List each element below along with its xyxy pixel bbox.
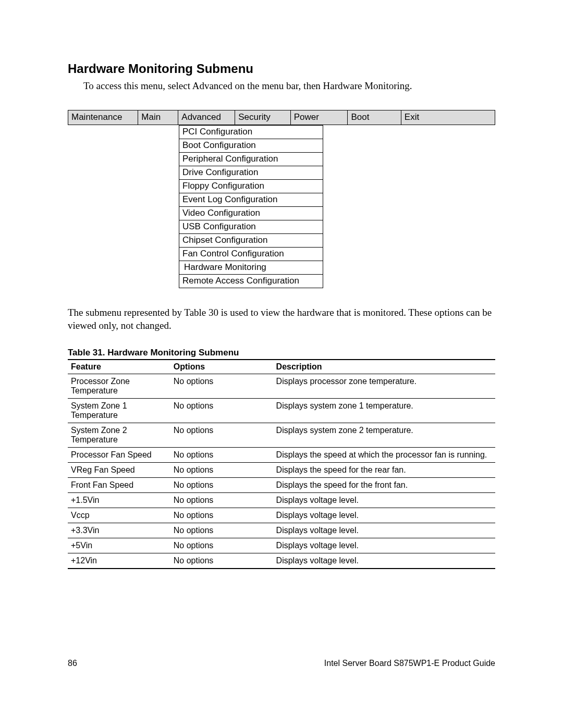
cell-options: No options	[170, 399, 273, 423]
cell-feature: Processor Fan Speed	[68, 448, 170, 463]
submenu-item: Event Log Configuration	[179, 193, 323, 207]
cell-options: No options	[170, 553, 273, 569]
table-row: Processor Fan SpeedNo optionsDisplays th…	[68, 448, 495, 463]
guide-title: Intel Server Board S875WP1-E Product Gui…	[324, 659, 495, 668]
submenu-item: Floppy Configuration	[179, 180, 323, 193]
cell-description: Displays the speed at which the processo…	[273, 448, 495, 463]
table-row: VccpNo optionsDisplays voltage level.	[68, 508, 495, 523]
cell-description: Displays voltage level.	[273, 553, 495, 569]
cell-description: Displays system zone 1 temperature.	[273, 399, 495, 423]
cell-options: No options	[170, 478, 273, 493]
th-feature: Feature	[68, 360, 170, 374]
table-row: +1.5VinNo optionsDisplays voltage level.	[68, 493, 495, 508]
th-options: Options	[170, 360, 273, 374]
submenu-item: Video Configuration	[179, 207, 323, 220]
cell-description: Displays system zone 2 temperature.	[273, 423, 495, 448]
cell-description: Displays the speed for the front fan.	[273, 478, 495, 493]
table-row: Processor Zone TemperatureNo optionsDisp…	[68, 374, 495, 399]
cell-options: No options	[170, 523, 273, 538]
table-row: +3.3VinNo optionsDisplays voltage level.	[68, 523, 495, 538]
table-row: System Zone 1 TemperatureNo optionsDispl…	[68, 399, 495, 423]
menubar-item: Security	[235, 110, 290, 125]
table-row: Front Fan SpeedNo optionsDisplays the sp…	[68, 478, 495, 493]
submenu-item: USB Configuration	[179, 220, 323, 234]
cell-feature: Front Fan Speed	[68, 478, 170, 493]
mid-text: The submenu represented by Table 30 is u…	[68, 306, 495, 332]
cell-feature: Vccp	[68, 508, 170, 523]
table-row: System Zone 2 TemperatureNo optionsDispl…	[68, 423, 495, 448]
submenu-item: Peripheral Configuration	[179, 153, 323, 166]
submenu-item: Fan Control Configuration	[179, 248, 323, 261]
menubar-item: Power	[290, 110, 348, 125]
cell-options: No options	[170, 508, 273, 523]
table-row: VReg Fan SpeedNo optionsDisplays the spe…	[68, 463, 495, 478]
bios-menubar: Maintenance Main Advanced Security Power…	[68, 110, 495, 125]
submenu-item-current: Hardware Monitoring	[179, 261, 323, 275]
cell-description: Displays processor zone temperature.	[273, 374, 495, 399]
cell-feature: System Zone 2 Temperature	[68, 423, 170, 448]
th-description: Description	[273, 360, 495, 374]
cell-feature: +3.3Vin	[68, 523, 170, 538]
submenu-item: PCI Configuration	[179, 126, 323, 139]
menubar-item: Advanced	[178, 110, 235, 125]
table-row: +12VinNo optionsDisplays voltage level.	[68, 553, 495, 569]
section-heading: Hardware Monitoring Submenu	[68, 61, 495, 76]
cell-feature: VReg Fan Speed	[68, 463, 170, 478]
cell-feature: +1.5Vin	[68, 493, 170, 508]
cell-feature: System Zone 1 Temperature	[68, 399, 170, 423]
cell-feature: Processor Zone Temperature	[68, 374, 170, 399]
page-footer: 86 Intel Server Board S875WP1-E Product …	[68, 659, 495, 668]
cell-options: No options	[170, 448, 273, 463]
submenu-item: Remote Access Configuration	[179, 275, 323, 288]
advanced-submenu: PCI Configuration Boot Configuration Per…	[179, 125, 323, 288]
cell-description: Displays the speed for the rear fan.	[273, 463, 495, 478]
menubar-item: Main	[138, 110, 178, 125]
table-caption: Table 31. Hardware Monitoring Submenu	[68, 348, 495, 358]
cell-description: Displays voltage level.	[273, 523, 495, 538]
intro-text: To access this menu, select Advanced on …	[83, 79, 495, 92]
menubar-item: Exit	[401, 110, 495, 125]
cell-options: No options	[170, 423, 273, 448]
cell-description: Displays voltage level.	[273, 538, 495, 553]
page-number: 86	[68, 659, 77, 668]
cell-feature: +12Vin	[68, 553, 170, 569]
menubar-item: Boot	[348, 110, 401, 125]
submenu-item: Boot Configuration	[179, 139, 323, 153]
cell-options: No options	[170, 538, 273, 553]
table-row: +5VinNo optionsDisplays voltage level.	[68, 538, 495, 553]
cell-options: No options	[170, 374, 273, 399]
cell-description: Displays voltage level.	[273, 493, 495, 508]
bios-menu-wrap: Maintenance Main Advanced Security Power…	[68, 110, 495, 288]
hardware-monitoring-table: Feature Options Description Processor Zo…	[68, 359, 495, 569]
cell-description: Displays voltage level.	[273, 508, 495, 523]
menubar-item: Maintenance	[68, 110, 138, 125]
submenu-item: Drive Configuration	[179, 166, 323, 180]
cell-feature: +5Vin	[68, 538, 170, 553]
cell-options: No options	[170, 463, 273, 478]
submenu-item: Chipset Configuration	[179, 234, 323, 248]
cell-options: No options	[170, 493, 273, 508]
